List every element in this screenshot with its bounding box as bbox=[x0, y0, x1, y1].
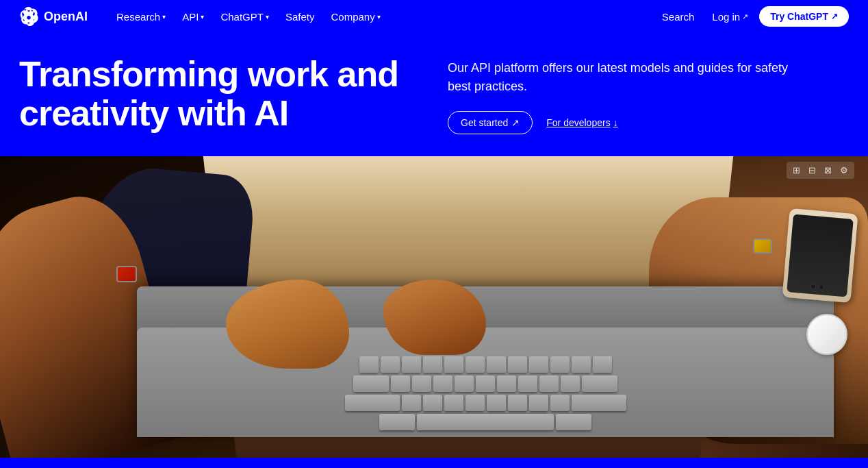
arrow-down-icon: ↓ bbox=[613, 117, 618, 128]
key bbox=[379, 414, 415, 430]
key bbox=[529, 395, 548, 411]
keyboard-row-2 bbox=[172, 375, 799, 392]
watch-yellow bbox=[753, 238, 772, 254]
arrow-icon: ↗ bbox=[511, 117, 520, 128]
chevron-down-icon: ▾ bbox=[266, 13, 269, 21]
nav-api[interactable]: API ▾ bbox=[175, 7, 211, 27]
key bbox=[550, 395, 570, 411]
key bbox=[444, 395, 463, 411]
openai-logo-icon bbox=[19, 7, 38, 26]
key bbox=[412, 375, 431, 392]
key bbox=[593, 356, 612, 373]
compass-coaster bbox=[806, 314, 847, 355]
hand-right bbox=[383, 280, 486, 355]
keyboard-row-spacebar bbox=[172, 414, 799, 430]
key bbox=[433, 375, 452, 392]
phone-camera-module bbox=[810, 284, 825, 291]
nav-safety[interactable]: Safety bbox=[279, 7, 322, 27]
image-toolbar: ⊞ ⊟ ⊠ ⚙ bbox=[787, 162, 854, 179]
nav-company[interactable]: Company ▾ bbox=[324, 7, 387, 27]
logo[interactable]: OpenAI bbox=[19, 7, 88, 26]
key bbox=[455, 375, 474, 392]
key bbox=[556, 414, 591, 430]
chevron-down-icon: ▾ bbox=[162, 13, 166, 21]
hero-image-background bbox=[0, 156, 868, 458]
camera-lens bbox=[810, 284, 817, 290]
hero-headline: Transforming work and creativity with AI bbox=[19, 55, 420, 133]
key bbox=[497, 375, 516, 392]
key bbox=[572, 356, 591, 373]
key bbox=[487, 395, 506, 411]
nav-chatgpt[interactable]: ChatGPT ▾ bbox=[214, 7, 276, 27]
hand-left bbox=[226, 280, 349, 369]
logo-text: OpenAI bbox=[44, 10, 88, 24]
key bbox=[508, 395, 527, 411]
key bbox=[353, 375, 389, 392]
try-chatgpt-button[interactable]: Try ChatGPT ↗ bbox=[759, 6, 849, 27]
nav-research[interactable]: Research ▾ bbox=[110, 7, 173, 27]
key bbox=[582, 375, 617, 392]
login-button[interactable]: Log in ↗ bbox=[705, 7, 755, 27]
key bbox=[465, 395, 485, 411]
key bbox=[539, 375, 559, 392]
phone-on-table bbox=[782, 208, 858, 303]
key bbox=[476, 375, 495, 392]
key bbox=[572, 395, 626, 411]
search-button[interactable]: Search bbox=[655, 7, 702, 27]
hero-headline-area: Transforming work and creativity with AI bbox=[19, 55, 420, 137]
key bbox=[402, 395, 421, 411]
watch-red bbox=[116, 266, 137, 282]
hero-buttons: Get started ↗ For developers ↓ bbox=[448, 111, 849, 134]
keyboard-row-3 bbox=[172, 395, 799, 411]
hero-image-section: ⊞ ⊟ ⊠ ⚙ bbox=[0, 156, 868, 458]
hero-subtext: Our API platform offers our latest model… bbox=[448, 59, 804, 96]
key bbox=[391, 375, 410, 392]
spacebar-key bbox=[417, 414, 554, 430]
toolbar-expand-icon[interactable]: ⊠ bbox=[821, 163, 835, 177]
for-developers-button[interactable]: For developers ↓ bbox=[546, 117, 617, 128]
toolbar-minus-icon[interactable]: ⊟ bbox=[805, 163, 819, 177]
key bbox=[518, 375, 537, 392]
nav-right-actions: Search Log in ↗ Try ChatGPT ↗ bbox=[655, 6, 849, 27]
arrow-icon: ↗ bbox=[831, 12, 838, 21]
key bbox=[423, 395, 442, 411]
chevron-down-icon: ▾ bbox=[201, 13, 204, 21]
hero-section: Transforming work and creativity with AI… bbox=[0, 33, 868, 156]
key bbox=[550, 356, 570, 373]
key bbox=[561, 375, 580, 392]
toolbar-grid-icon[interactable]: ⊞ bbox=[789, 163, 804, 177]
hero-cta-area: Our API platform offers our latest model… bbox=[448, 55, 849, 137]
key bbox=[529, 356, 548, 373]
hands-on-laptop bbox=[171, 252, 513, 375]
navigation: OpenAI Research ▾ API ▾ ChatGPT ▾ Safety… bbox=[0, 0, 868, 33]
external-link-icon: ↗ bbox=[742, 12, 748, 21]
nav-links: Research ▾ API ▾ ChatGPT ▾ Safety Compan… bbox=[110, 7, 655, 27]
key bbox=[345, 395, 400, 411]
camera-lens bbox=[819, 284, 825, 291]
toolbar-settings-icon[interactable]: ⚙ bbox=[837, 163, 852, 177]
chevron-down-icon: ▾ bbox=[377, 13, 381, 21]
hero-image bbox=[0, 156, 868, 458]
get-started-button[interactable]: Get started ↗ bbox=[448, 111, 533, 134]
